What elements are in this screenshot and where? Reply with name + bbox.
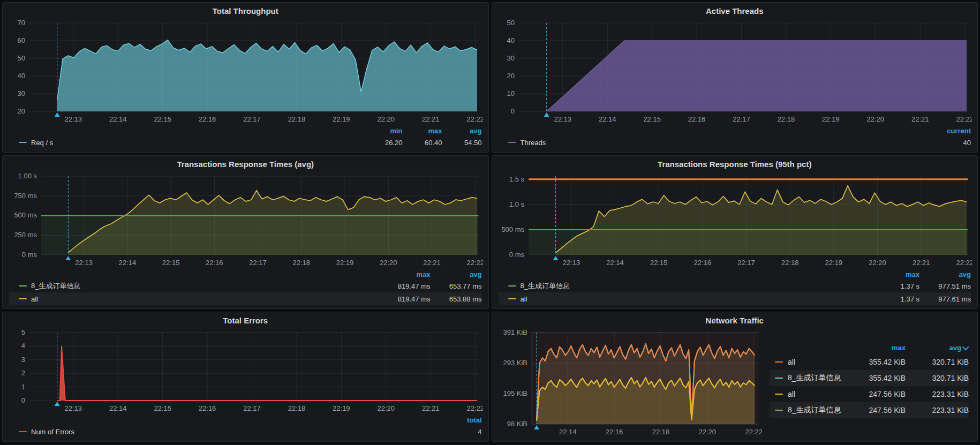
legend-header-row: max avg xyxy=(9,269,482,280)
panel-title-network-traffic[interactable]: Network Traffic xyxy=(497,314,973,327)
svg-text:22:19: 22:19 xyxy=(825,259,842,267)
threads-chart[interactable]: 0102030405022:1322:1422:1522:1622:1722:1… xyxy=(497,18,973,125)
legend-value-max: 1.37 s xyxy=(868,282,919,290)
svg-text:22:14: 22:14 xyxy=(109,115,126,123)
svg-text:22:15: 22:15 xyxy=(650,259,667,267)
svg-text:22:21: 22:21 xyxy=(422,115,439,123)
panel-title-total-errors[interactable]: Total Errors xyxy=(8,314,483,327)
svg-text:1.5 s: 1.5 s xyxy=(509,175,524,183)
svg-text:22:20: 22:20 xyxy=(378,404,395,412)
svg-text:22:16: 22:16 xyxy=(206,259,223,267)
series-label[interactable]: all xyxy=(31,295,38,303)
panel-title-response-times-95th[interactable]: Transactions Response Times (95th pct) xyxy=(497,158,973,171)
throughput-chart-holder: 20304050607022:1322:1422:1522:1622:1722:… xyxy=(8,18,483,125)
series-dash xyxy=(508,285,516,286)
svg-text:22:18: 22:18 xyxy=(288,404,305,412)
legend-value-avg: 653.88 ms xyxy=(431,295,482,303)
panel-title-response-times-avg[interactable]: Transactions Response Times (avg) xyxy=(8,158,483,171)
series-label[interactable]: Threads xyxy=(521,139,546,147)
legend-header-row: max avg xyxy=(499,269,971,280)
legend-header-min[interactable]: min xyxy=(363,127,403,135)
svg-text:22:19: 22:19 xyxy=(333,404,350,412)
svg-text:22:13: 22:13 xyxy=(554,115,571,123)
svg-text:4: 4 xyxy=(21,342,25,350)
svg-text:500 ms: 500 ms xyxy=(501,225,524,233)
svg-text:293 KiB: 293 KiB xyxy=(503,359,527,367)
legend-header-max[interactable]: max xyxy=(403,127,442,135)
svg-text:20: 20 xyxy=(507,72,514,80)
response-95th-chart[interactable]: 0 ms500 ms1.0 s1.5 s22:1322:1422:1522:16… xyxy=(497,171,973,269)
series-label[interactable]: 8_生成订单信息 xyxy=(521,281,570,291)
series-label[interactable]: all xyxy=(521,295,527,303)
svg-text:22:13: 22:13 xyxy=(64,404,81,412)
svg-text:195 KiB: 195 KiB xyxy=(503,389,527,397)
legend-header-avg[interactable]: avg xyxy=(431,270,482,278)
panel-title-total-throughput[interactable]: Total Throughput xyxy=(8,5,483,18)
series-dash xyxy=(19,431,27,432)
legend-row-order-info: 8_生成订单信息 819.47 ms 653.77 ms xyxy=(9,280,482,292)
svg-text:22:16: 22:16 xyxy=(605,428,622,436)
svg-text:22:19: 22:19 xyxy=(822,115,839,123)
svg-text:22:15: 22:15 xyxy=(154,115,171,123)
network-legend: max avg all 355.42 KiB 320.71 KiB xyxy=(762,327,972,438)
svg-text:98 KiB: 98 KiB xyxy=(507,420,527,428)
panel-title-active-threads[interactable]: Active Threads xyxy=(497,5,973,18)
series-dash xyxy=(775,410,783,411)
legend-header-avg[interactable]: avg xyxy=(906,344,969,352)
series-label[interactable]: all xyxy=(788,390,795,398)
series-label[interactable]: 8_生成订单信息 xyxy=(31,281,80,291)
legend-header-max[interactable]: max xyxy=(842,344,906,352)
legend-value-avg: 223.31 KiB xyxy=(906,390,969,398)
svg-text:391 KiB: 391 KiB xyxy=(503,328,527,336)
legend-header-max[interactable]: max xyxy=(379,270,431,278)
svg-text:60: 60 xyxy=(18,36,25,44)
series-dash xyxy=(19,298,27,299)
legend-value-max: 247.56 KiB xyxy=(842,390,906,398)
legend-header-current[interactable]: current xyxy=(931,127,971,135)
response-avg-legend: max avg 8_生成订单信息 819.47 ms 653.77 ms all… xyxy=(8,269,483,305)
legend-header-row: current xyxy=(499,125,971,136)
series-label[interactable]: 8_生成订单信息 xyxy=(788,373,841,383)
legend-header-total[interactable]: total xyxy=(442,416,482,424)
response-avg-chart-holder: 0 ms250 ms500 ms750 ms1.00 s22:1322:1422… xyxy=(8,171,483,269)
svg-text:22:15: 22:15 xyxy=(154,404,171,412)
svg-text:22:19: 22:19 xyxy=(333,115,350,123)
legend-row-req-s: Req / s 26.20 60.40 54.50 xyxy=(9,136,482,149)
series-label[interactable]: all xyxy=(788,358,795,366)
svg-text:22:19: 22:19 xyxy=(336,259,353,267)
svg-text:50: 50 xyxy=(18,54,25,62)
legend-value-max: 355.42 KiB xyxy=(842,374,906,382)
svg-text:22:17: 22:17 xyxy=(737,259,755,267)
series-label[interactable]: Req / s xyxy=(31,139,53,147)
legend-header-avg[interactable]: avg xyxy=(919,270,971,278)
svg-text:22:21: 22:21 xyxy=(911,115,929,123)
series-label[interactable]: 8_生成订单信息 xyxy=(788,405,841,415)
legend-row-order-info-sent: 8_生成订单信息 247.56 KiB 223.31 KiB xyxy=(770,402,969,418)
svg-text:3: 3 xyxy=(21,356,25,364)
legend-value-max: 1.37 s xyxy=(868,295,919,303)
throughput-chart[interactable]: 20304050607022:1322:1422:1522:1622:1722:… xyxy=(8,18,483,125)
legend-header-row: total xyxy=(9,414,482,425)
svg-text:70: 70 xyxy=(18,19,25,27)
legend-value-max: 819.47 ms xyxy=(379,295,431,303)
panel-active-threads: Active Threads 0102030405022:1322:1422:1… xyxy=(492,2,978,153)
svg-text:22:22: 22:22 xyxy=(956,115,972,123)
svg-text:250 ms: 250 ms xyxy=(14,231,37,239)
svg-text:40: 40 xyxy=(18,72,25,80)
legend-value-total: 4 xyxy=(442,428,482,436)
panel-total-throughput: Total Throughput 20304050607022:1322:142… xyxy=(2,2,489,153)
legend-row-order-info: 8_生成订单信息 1.37 s 977.51 ms xyxy=(499,280,971,292)
response-avg-chart[interactable]: 0 ms250 ms500 ms750 ms1.00 s22:1322:1422… xyxy=(8,171,483,269)
series-dash xyxy=(775,361,783,363)
errors-chart[interactable]: 01234522:1322:1422:1522:1622:1722:1822:1… xyxy=(8,327,483,414)
svg-text:22:20: 22:20 xyxy=(378,115,395,123)
legend-header-max[interactable]: max xyxy=(868,270,919,278)
legend-value-avg: 223.31 KiB xyxy=(906,406,969,414)
svg-text:1.00 s: 1.00 s xyxy=(18,172,37,180)
series-label[interactable]: Num of Errors xyxy=(31,428,74,436)
network-chart[interactable]: 98 KiB195 KiB293 KiB391 KiB22:1422:1622:… xyxy=(497,327,763,438)
legend-header-avg[interactable]: avg xyxy=(442,127,482,135)
svg-text:2: 2 xyxy=(21,369,25,377)
svg-text:22:21: 22:21 xyxy=(423,259,440,267)
chevron-down-icon xyxy=(962,343,969,350)
